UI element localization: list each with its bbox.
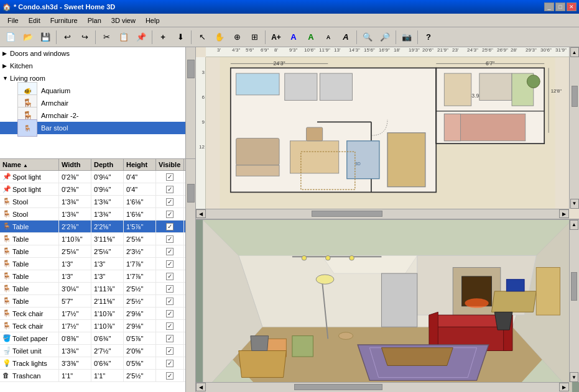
menu-plan[interactable]: Plan xyxy=(83,16,106,25)
3d-scroll-right[interactable]: ▶ xyxy=(559,383,569,391)
row-visible[interactable] xyxy=(156,320,184,332)
visible-checkbox[interactable] xyxy=(166,310,174,317)
3d-v-thumb[interactable] xyxy=(571,272,577,301)
row-visible[interactable] xyxy=(156,345,184,357)
tree-scrollbar[interactable] xyxy=(185,47,195,158)
3d-h-thumb[interactable] xyxy=(294,384,382,390)
floor-3d-view[interactable]: ◀ ▶ ▲ ▼ xyxy=(196,220,579,393)
visible-checkbox[interactable] xyxy=(166,347,174,355)
table-row[interactable]: 🚽 Toilet unit 1'3¾" 2'7½" 2'0⅝" xyxy=(0,345,185,357)
col-header-visible[interactable]: Visible xyxy=(156,159,184,170)
floor-plan-v-scrollbar[interactable]: ▲ ▼ xyxy=(569,47,579,209)
scroll-right-btn[interactable]: ▶ xyxy=(559,209,569,218)
table-row[interactable]: 📌 Spot light 0'2⅜" 0'9¼" 0'4" xyxy=(0,171,185,183)
scroll-up-btn[interactable]: ▲ xyxy=(570,47,579,57)
open-button[interactable]: 📂 xyxy=(20,29,36,45)
paste-button[interactable]: 📌 xyxy=(133,29,149,45)
row-visible[interactable] xyxy=(156,270,184,282)
row-visible[interactable] xyxy=(156,332,184,344)
scroll-left-btn[interactable]: ◀ xyxy=(196,209,206,218)
add-furniture-button[interactable]: + xyxy=(155,29,171,45)
select-button[interactable]: ↖ xyxy=(194,29,210,45)
row-visible[interactable] xyxy=(156,245,184,257)
table-row[interactable]: 🪑 Table 2'2⅜" 2'2⅝" 1'5⅞" xyxy=(0,221,185,233)
row-visible[interactable] xyxy=(156,308,184,319)
visible-checkbox[interactable] xyxy=(166,186,174,193)
col-header-width[interactable]: Width xyxy=(59,159,91,170)
text-green-button[interactable]: A xyxy=(303,29,319,45)
help-button[interactable]: ? xyxy=(420,29,437,45)
row-visible[interactable] xyxy=(156,196,184,207)
3d-scroll-down[interactable]: ▼ xyxy=(570,372,578,382)
maximize-button[interactable]: □ xyxy=(555,2,565,11)
row-visible[interactable] xyxy=(156,183,184,195)
table-row[interactable]: 🪑 Table 1'3" 1'3" 1'7⅞" xyxy=(0,270,185,283)
text-small-button[interactable]: A xyxy=(320,29,336,45)
table-row[interactable]: 💡 Track lights 3'3⅜" 0'6¾" 0'5⅝" xyxy=(0,357,185,370)
visible-checkbox[interactable] xyxy=(166,360,174,367)
tree-item-kitchen[interactable]: ▶ Kitchen xyxy=(0,60,185,72)
zoom-fit-button[interactable]: ⊞ xyxy=(246,29,262,45)
menu-help[interactable]: Help xyxy=(141,16,165,25)
scroll-down-btn[interactable]: ▼ xyxy=(570,199,579,209)
visible-checkbox[interactable] xyxy=(166,372,174,380)
table-row[interactable]: 🪑 Teck chair 1'7½" 1'10⅞" 2'9⅛" xyxy=(0,308,185,320)
row-visible[interactable] xyxy=(156,357,184,369)
table-row[interactable]: 🪑 Stool 1'3¾" 1'3¾" 1'6⅛" xyxy=(0,208,185,221)
text-blue-button[interactable]: A xyxy=(285,29,302,45)
table-row[interactable]: 🪑 Table 3'0¼" 1'11⅞" 2'5½" xyxy=(0,283,185,295)
row-visible[interactable] xyxy=(156,295,184,307)
floor-plan-h-scrollbar[interactable]: ◀ ▶ xyxy=(196,209,569,219)
zoom-in-button[interactable]: 🔍 xyxy=(359,29,376,45)
pan-button[interactable]: ✋ xyxy=(211,29,228,45)
text-italic-button[interactable]: A xyxy=(338,29,354,45)
visible-checkbox[interactable] xyxy=(166,285,174,293)
menu-furniture[interactable]: Furniture xyxy=(45,16,83,25)
h-scroll-thumb[interactable] xyxy=(312,211,382,217)
menu-edit[interactable]: Edit xyxy=(24,16,45,25)
visible-checkbox[interactable] xyxy=(166,322,174,330)
visible-checkbox[interactable] xyxy=(166,260,174,268)
3d-scroll-left[interactable]: ◀ xyxy=(196,383,206,391)
3d-h-scrollbar[interactable]: ◀ ▶ xyxy=(196,382,569,392)
table-scrollbar[interactable] xyxy=(185,159,195,392)
col-header-name[interactable]: Name ▲ xyxy=(0,159,59,170)
row-visible[interactable] xyxy=(156,258,184,270)
copy-button[interactable]: 📋 xyxy=(116,29,132,45)
import-button[interactable]: ⬇ xyxy=(172,29,188,45)
visible-checkbox[interactable] xyxy=(166,248,174,255)
row-visible[interactable] xyxy=(156,233,184,245)
zoom-out-button[interactable]: 🔎 xyxy=(377,29,393,45)
menu-file[interactable]: File xyxy=(2,16,24,25)
row-visible[interactable] xyxy=(156,221,184,232)
visible-checkbox[interactable] xyxy=(166,173,174,181)
table-row[interactable]: 🪑 Table 2'5¼" 2'5¼" 2'3½" xyxy=(0,245,185,258)
visible-checkbox[interactable] xyxy=(166,235,174,243)
table-row[interactable]: 🪑 Table 5'7" 2'11⅝" 2'5½" xyxy=(0,295,185,308)
zoom-region-button[interactable]: ⊕ xyxy=(229,29,245,45)
cut-button[interactable]: ✂ xyxy=(98,29,114,45)
undo-button[interactable]: ↩ xyxy=(59,29,75,45)
minimize-button[interactable]: _ xyxy=(544,2,554,11)
row-visible[interactable] xyxy=(156,283,184,294)
visible-checkbox[interactable] xyxy=(166,198,174,206)
col-header-depth[interactable]: Depth xyxy=(91,159,124,170)
table-row[interactable]: 🪣 Toilet paper 0'8⅜" 0'6¾" 0'5⅞" xyxy=(0,332,185,345)
visible-checkbox[interactable] xyxy=(166,335,174,342)
row-visible[interactable] xyxy=(156,208,184,220)
save-button[interactable]: 💾 xyxy=(37,29,53,45)
new-button[interactable]: 📄 xyxy=(2,29,19,45)
floor-plan[interactable]: 3' 4'3" 5'6" 6'9" 8' 9'3" 10'6" 11'9" 13… xyxy=(196,47,579,220)
table-row[interactable]: 🪑 Table 1'10⅞" 3'11⅝" 2'5⅛" xyxy=(0,233,185,245)
close-button[interactable]: ✕ xyxy=(567,2,577,11)
furniture-tree[interactable]: ▶ Doors and windows ▶ Kitchen ▼ Living r… xyxy=(0,47,195,159)
visible-checkbox[interactable] xyxy=(166,298,174,305)
visible-checkbox[interactable] xyxy=(166,211,174,218)
table-row[interactable]: 🪑 Teck chair 1'7½" 1'10⅞" 2'9⅛" xyxy=(0,320,185,332)
tree-item-doors[interactable]: ▶ Doors and windows xyxy=(0,47,185,60)
table-row[interactable]: 🗑 Trashcan 1'1" 1'1" 2'5½" xyxy=(0,370,185,382)
v-scroll-thumb[interactable] xyxy=(572,86,578,107)
col-header-height[interactable]: Height xyxy=(124,159,156,170)
menu-3dview[interactable]: 3D view xyxy=(106,16,141,25)
table-body[interactable]: 📌 Spot light 0'2⅜" 0'9¼" 0'4" 📌 Spot lig… xyxy=(0,171,195,389)
